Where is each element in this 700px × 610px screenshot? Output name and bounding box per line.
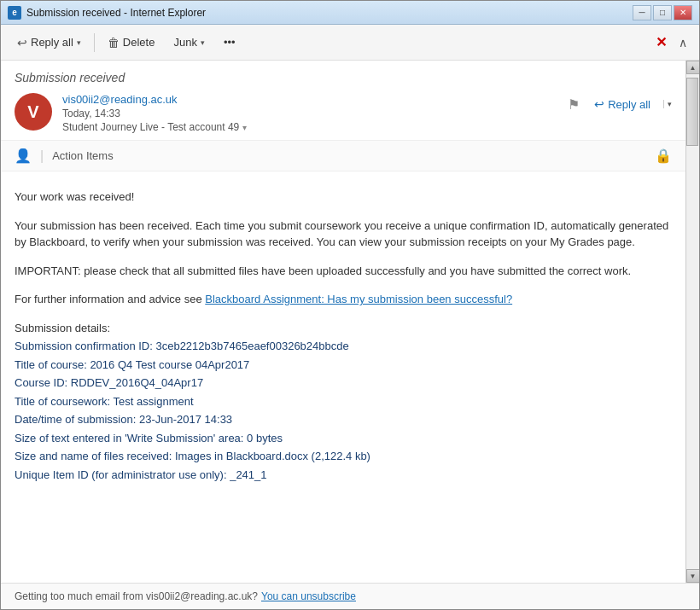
email-close-button[interactable]: ✕ [650, 34, 672, 50]
more-button[interactable]: ••• [216, 31, 243, 55]
action-divider: | [40, 148, 44, 164]
junk-button[interactable]: Junk ▾ [166, 31, 212, 55]
reply-all-button[interactable]: ↩ Reply all ▾ [9, 31, 89, 55]
toolbar: ↩ Reply all ▾ 🗑 Delete Junk ▾ ••• ✕ ∧ [1, 25, 699, 61]
scroll-down-button[interactable]: ▼ [686, 569, 700, 583]
sender-time: Today, 14:33 [62, 107, 247, 119]
delete-icon: 🗑 [108, 36, 120, 49]
avatar: V [15, 93, 52, 131]
delete-button[interactable]: 🗑 Delete [100, 31, 163, 55]
para3-text: For further information and advice see B… [15, 291, 672, 308]
main-window: e Submission received - Internet Explore… [0, 0, 700, 610]
scroll-up-button[interactable]: ▲ [686, 61, 700, 74]
window-controls: ─ □ ✕ [633, 5, 692, 20]
email-header: Submission received V vis00ii2@reading.a… [1, 61, 685, 141]
email-body: Your work was received! Your submission … [1, 171, 685, 502]
para3-prefix: For further information and advice see [15, 293, 205, 305]
minimize-button[interactable]: ─ [633, 5, 651, 20]
detail-text-size: Size of text entered in 'Write Submissio… [15, 430, 672, 447]
sender-left: V vis00ii2@reading.ac.uk Today, 14:33 St… [15, 93, 247, 133]
detail-coursework-title: Title of coursework: Test assignment [15, 393, 672, 410]
content-area: Submission received V vis00ii2@reading.a… [1, 61, 699, 583]
lock-icon: 🔒 [655, 148, 672, 164]
delete-label: Delete [123, 36, 155, 49]
unsubscribe-link[interactable]: You can unsubscribe [261, 590, 356, 602]
detail-file-size: Size and name of files received: Images … [15, 448, 672, 465]
reply-all-icon: ↩ [17, 36, 27, 49]
important-text: IMPORTANT: please check that all submitt… [15, 264, 631, 277]
detail-course-id: Course ID: RDDEV_2016Q4_04Apr17 [15, 375, 672, 392]
sender-email[interactable]: vis00ii2@reading.ac.uk [62, 93, 247, 106]
submission-details: Submission details: Submission confirmat… [15, 320, 672, 484]
action-items-label: Action Items [52, 149, 114, 162]
separator-1 [94, 33, 95, 52]
detail-unique-id: Unique Item ID (for administrator use on… [15, 467, 672, 484]
action-items-bar: 👤 | Action Items 🔒 [1, 141, 685, 171]
sender-right: ⚑ ↩ Reply all ▾ [566, 93, 672, 115]
greeting-text: Your work was received! [15, 189, 672, 206]
scrollbar[interactable]: ▲ ▼ [685, 61, 699, 583]
close-button[interactable]: ✕ [674, 5, 692, 20]
bottom-bar: Getting too much email from vis00ii2@rea… [1, 583, 699, 609]
reply-all-label: Reply all [31, 36, 73, 49]
sender-account-text: Student Journey Live - Test account 49 [62, 121, 239, 133]
reply-all-header-button[interactable]: ↩ Reply all [586, 93, 658, 115]
title-bar: e Submission received - Internet Explore… [1, 1, 699, 25]
blackboard-link[interactable]: Blackboard Assignment: Has my submission… [205, 293, 512, 305]
app-icon: e [8, 6, 21, 20]
sender-info: vis00ii2@reading.ac.uk Today, 14:33 Stud… [62, 93, 247, 133]
reply-all-dropdown-arrow[interactable]: ▾ [77, 38, 81, 47]
submission-header: Submission details: [15, 320, 672, 337]
flag-button[interactable]: ⚑ [566, 95, 581, 114]
person-icon: 👤 [15, 148, 32, 164]
email-subject: Submission received [15, 71, 672, 84]
detail-course-title: Title of course: 2016 Q4 Test course 04A… [15, 357, 672, 374]
sender-row: V vis00ii2@reading.ac.uk Today, 14:33 St… [15, 93, 672, 133]
expand-button[interactable]: ∧ [675, 36, 691, 49]
scrollbar-thumb[interactable] [686, 78, 698, 146]
sender-account: Student Journey Live - Test account 49 ▾ [62, 121, 247, 133]
para1-text: Your submission has been received. Each … [15, 218, 672, 251]
reply-icon: ↩ [594, 97, 604, 111]
email-pane: Submission received V vis00ii2@reading.a… [1, 61, 685, 583]
detail-datetime: Date/time of submission: 23-Jun-2017 14:… [15, 411, 672, 428]
sender-account-dropdown[interactable]: ▾ [242, 123, 247, 132]
bottom-text: Getting too much email from vis00ii2@rea… [15, 590, 258, 602]
reply-all-header-label: Reply all [608, 98, 650, 111]
junk-dropdown-arrow[interactable]: ▾ [201, 38, 205, 47]
para2-text: IMPORTANT: please check that all submitt… [15, 263, 672, 280]
more-label: ••• [224, 36, 236, 49]
action-items-left: 👤 | Action Items [15, 148, 114, 164]
restore-button[interactable]: □ [653, 5, 672, 20]
junk-label: Junk [173, 36, 196, 49]
scrollbar-thumb-area [686, 74, 699, 569]
detail-confirmation-id: Submission confirmation ID: 3ceb2212b3b7… [15, 338, 672, 355]
window-title: Submission received - Internet Explorer [26, 7, 627, 19]
reply-all-header-dropdown[interactable]: ▾ [663, 100, 672, 108]
